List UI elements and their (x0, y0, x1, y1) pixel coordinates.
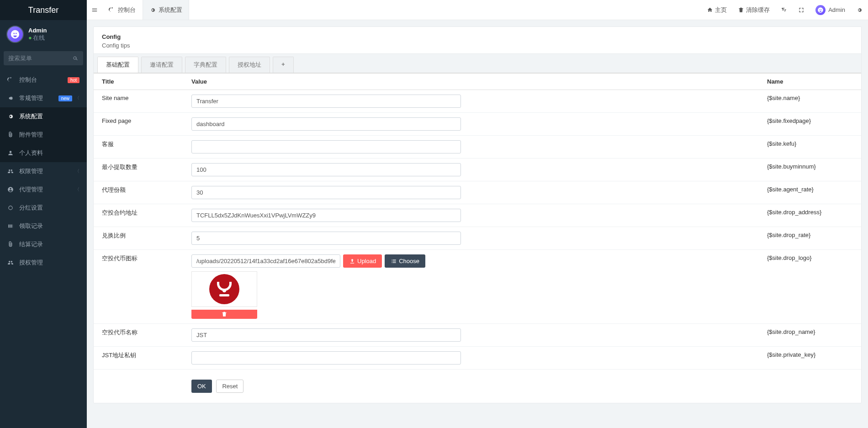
sidebar-item-10[interactable]: 授权管理 (0, 254, 87, 272)
th-title: Title (94, 73, 185, 90)
choose-button[interactable]: Choose (385, 254, 425, 268)
config-tab-0[interactable]: 基础配置 (97, 57, 138, 73)
menu-label: 授权管理 (19, 259, 79, 267)
home-icon (707, 6, 713, 14)
upload-button[interactable]: Upload (343, 254, 382, 268)
row-title: Site name (94, 90, 185, 113)
menu-label: 领取记录 (19, 222, 79, 230)
menu-label: 控制台 (19, 76, 68, 84)
trash-icon (738, 6, 744, 14)
circle-icon (7, 205, 15, 211)
tr-settings[interactable] (851, 0, 868, 20)
delete-image-button[interactable] (191, 310, 257, 319)
trash-icon (221, 311, 228, 317)
user-status: ●在线 (28, 34, 47, 42)
tr-fullscreen[interactable] (793, 0, 810, 20)
sidebar-item-1[interactable]: 常规管理new〈 (0, 89, 87, 107)
top-tab-1[interactable]: 系统配置 (143, 0, 189, 20)
sidebar-item-3[interactable]: 附件管理 (0, 126, 87, 144)
cog-icon (149, 6, 156, 14)
sidebar-item-4[interactable]: 个人资料 (0, 144, 87, 162)
config-tab-1[interactable]: 邀请配置 (141, 57, 182, 73)
row-name: {$site.name} (761, 90, 861, 113)
topbar: 控制台系统配置 主页 清除缓存 Admin (87, 0, 868, 20)
menu-label: 代理管理 (19, 185, 72, 194)
menu-label: 附件管理 (19, 131, 79, 139)
row-title: 空投代币图标 (94, 250, 185, 324)
config-tab-3[interactable]: 授权地址 (229, 57, 270, 73)
avatar[interactable] (6, 26, 24, 43)
user-name: Admin (28, 27, 47, 34)
value-input[interactable] (191, 140, 461, 153)
value-input[interactable] (191, 254, 340, 268)
table-row: 客服 {$site.kefu} (94, 136, 861, 159)
tr-language[interactable] (775, 0, 793, 20)
value-input[interactable] (191, 328, 461, 342)
dashboard-icon (7, 77, 15, 83)
hamburger-icon[interactable] (87, 0, 102, 20)
preview-image (191, 271, 257, 307)
row-name: {$site.drop_name} (761, 324, 861, 347)
reset-button[interactable]: Reset (216, 380, 243, 393)
token-logo-icon (209, 274, 239, 304)
row-title: 空投代币名称 (94, 324, 185, 347)
tr-home[interactable]: 主页 (701, 0, 732, 20)
config-tab-2[interactable]: 字典配置 (185, 57, 226, 73)
config-table: Title Value Name Site name {$site.name}F… (94, 73, 861, 403)
avatar-small (815, 5, 826, 15)
tr-clear-cache[interactable]: 清除缓存 (732, 0, 775, 20)
value-input[interactable] (191, 186, 461, 199)
menu-label: 分红设置 (19, 204, 79, 212)
config-tab-add[interactable]: + (273, 57, 294, 73)
chevron-left-icon: 〈 (75, 95, 79, 101)
ok-button[interactable]: OK (191, 380, 212, 393)
sidebar-item-9[interactable]: 结算记录 (0, 235, 87, 254)
table-row: Site name {$site.name} (94, 90, 861, 113)
value-input[interactable] (191, 163, 461, 176)
sidebar-item-8[interactable]: 领取记录 (0, 217, 87, 235)
cogs-icon (7, 95, 15, 101)
sidebar-item-7[interactable]: 分红设置 (0, 199, 87, 217)
menu-label: 结算记录 (19, 240, 79, 248)
value-input[interactable] (191, 351, 461, 365)
th-value: Value (185, 73, 761, 90)
value-input[interactable] (191, 117, 461, 131)
row-name: {$site.fixedpage} (761, 113, 861, 136)
row-name: {$site.buyminnum} (761, 159, 861, 181)
row-name: {$site.private_key} (761, 347, 861, 370)
sidebar-item-2[interactable]: 系统配置 (0, 107, 87, 126)
top-tab-0[interactable]: 控制台 (102, 0, 143, 20)
menu-label: 常规管理 (19, 94, 58, 102)
panel-title: Config (102, 33, 853, 40)
main: 控制台系统配置 主页 清除缓存 Admin Config Config tips (87, 0, 868, 428)
search-input[interactable] (4, 51, 83, 65)
sidebar-item-0[interactable]: 控制台hot (0, 71, 87, 89)
tab-label: 控制台 (118, 6, 136, 14)
tr-user[interactable]: Admin (810, 0, 851, 20)
value-input[interactable] (191, 232, 461, 245)
chevron-left-icon: 〈 (75, 186, 79, 193)
search-icon[interactable] (72, 55, 79, 62)
paperclip-icon (7, 132, 15, 138)
user-panel: Admin ●在线 (0, 20, 87, 48)
menu-badge: new (58, 95, 72, 101)
row-name: {$site.drop_rate} (761, 227, 861, 250)
panel-subtitle: Config tips (102, 42, 853, 49)
menu-label: 个人资料 (19, 149, 79, 157)
row-title: 兑换比例 (94, 227, 185, 250)
chevron-left-icon: 〈 (75, 168, 79, 174)
bars2-icon (7, 223, 15, 229)
sidebar-item-5[interactable]: 权限管理〈 (0, 162, 87, 180)
value-input[interactable] (191, 209, 461, 222)
sidebar: Transfer Admin ●在线 控制台hot常规管理new〈系统配置附件管… (0, 0, 87, 428)
menu-label: 系统配置 (19, 112, 79, 121)
content: Config Config tips 基础配置邀请配置字典配置授权地址+ Tit… (87, 20, 868, 428)
users-icon (7, 259, 15, 266)
top-tabs: 控制台系统配置 (102, 0, 189, 20)
value-input[interactable] (191, 95, 461, 108)
menu-badge: hot (68, 77, 79, 83)
menu-label: 权限管理 (19, 167, 72, 175)
sidebar-item-6[interactable]: 代理管理〈 (0, 180, 87, 199)
usercircle-icon (7, 186, 15, 193)
row-title: JST地址私钥 (94, 347, 185, 370)
